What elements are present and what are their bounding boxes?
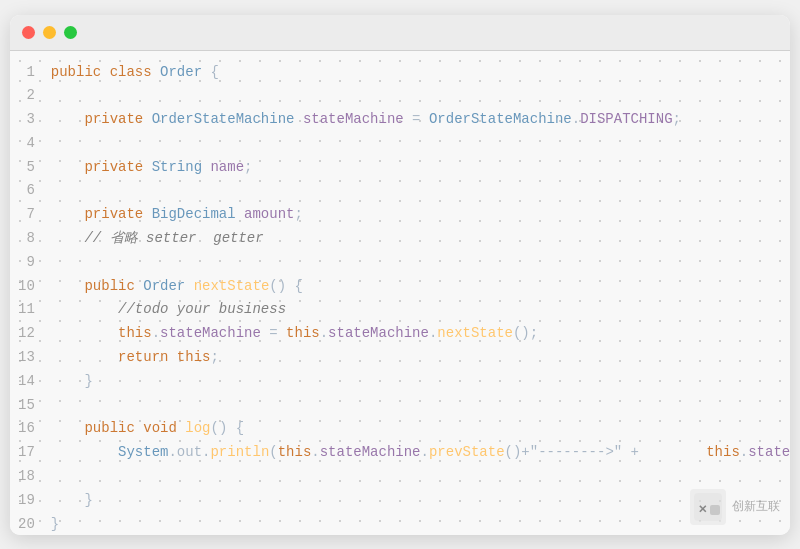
svg-text:✕: ✕ xyxy=(698,503,707,515)
line-number: 12 xyxy=(10,322,51,346)
line-number: 1 xyxy=(10,61,51,85)
table-row: 17 System.out.println(this.stateMachine.… xyxy=(10,441,790,465)
table-row: 8 // 省略 setter getter xyxy=(10,227,790,251)
line-code xyxy=(51,84,790,108)
table-row: 11 //todo your business xyxy=(10,298,790,322)
table-row: 20} xyxy=(10,513,790,535)
table-row: 6 xyxy=(10,179,790,203)
line-code: private OrderStateMachine stateMachine =… xyxy=(51,108,790,132)
editor-window: 1public class Order {2 3 private OrderSt… xyxy=(10,15,790,535)
line-code: } xyxy=(51,489,790,513)
line-number: 5 xyxy=(10,156,51,180)
line-number: 14 xyxy=(10,370,51,394)
line-number: 7 xyxy=(10,203,51,227)
line-code: private BigDecimal amount; xyxy=(51,203,790,227)
line-number: 11 xyxy=(10,298,51,322)
table-row: 18 xyxy=(10,465,790,489)
line-number: 8 xyxy=(10,227,51,251)
close-dot[interactable] xyxy=(22,26,35,39)
line-number: 13 xyxy=(10,346,51,370)
line-code: } xyxy=(51,513,790,535)
line-code: System.out.println(this.stateMachine.pre… xyxy=(51,441,790,465)
code-table: 1public class Order {2 3 private OrderSt… xyxy=(10,61,790,535)
line-number: 3 xyxy=(10,108,51,132)
line-code: // 省略 setter getter xyxy=(51,227,790,251)
table-row: 9 xyxy=(10,251,790,275)
line-number: 20 xyxy=(10,513,51,535)
table-row: 2 xyxy=(10,84,790,108)
line-code xyxy=(51,132,790,156)
watermark: ✕ 创新互联 xyxy=(690,489,780,525)
line-number: 6 xyxy=(10,179,51,203)
table-row: 14 } xyxy=(10,370,790,394)
table-row: 7 private BigDecimal amount; xyxy=(10,203,790,227)
watermark-logo: ✕ xyxy=(690,489,726,525)
table-row: 13 return this; xyxy=(10,346,790,370)
line-number: 9 xyxy=(10,251,51,275)
table-row: 4 xyxy=(10,132,790,156)
line-code xyxy=(51,179,790,203)
table-row: 15 xyxy=(10,394,790,418)
line-code xyxy=(51,394,790,418)
table-row: 12 this.stateMachine = this.stateMachine… xyxy=(10,322,790,346)
line-number: 15 xyxy=(10,394,51,418)
table-row: 1public class Order { xyxy=(10,61,790,85)
line-number: 19 xyxy=(10,489,51,513)
line-number: 18 xyxy=(10,465,51,489)
minimize-dot[interactable] xyxy=(43,26,56,39)
table-row: 3 private OrderStateMachine stateMachine… xyxy=(10,108,790,132)
table-row: 19 } xyxy=(10,489,790,513)
table-row: 10 public Order nextState() { xyxy=(10,275,790,299)
line-code: public Order nextState() { xyxy=(51,275,790,299)
titlebar xyxy=(10,15,790,51)
table-row: 5 private String name; xyxy=(10,156,790,180)
line-code: private String name; xyxy=(51,156,790,180)
line-code: this.stateMachine = this.stateMachine.ne… xyxy=(51,322,790,346)
line-code: } xyxy=(51,370,790,394)
line-number: 2 xyxy=(10,84,51,108)
line-number: 16 xyxy=(10,417,51,441)
code-editor: 1public class Order {2 3 private OrderSt… xyxy=(10,51,790,535)
watermark-text: 创新互联 xyxy=(732,498,780,515)
line-code: return this; xyxy=(51,346,790,370)
line-code xyxy=(51,465,790,489)
maximize-dot[interactable] xyxy=(64,26,77,39)
table-row: 16 public void log() { xyxy=(10,417,790,441)
line-code: public class Order { xyxy=(51,61,790,85)
svg-rect-2 xyxy=(710,505,720,515)
line-code xyxy=(51,251,790,275)
line-number: 17 xyxy=(10,441,51,465)
line-number: 4 xyxy=(10,132,51,156)
line-code: //todo your business xyxy=(51,298,790,322)
line-number: 10 xyxy=(10,275,51,299)
line-code: public void log() { xyxy=(51,417,790,441)
